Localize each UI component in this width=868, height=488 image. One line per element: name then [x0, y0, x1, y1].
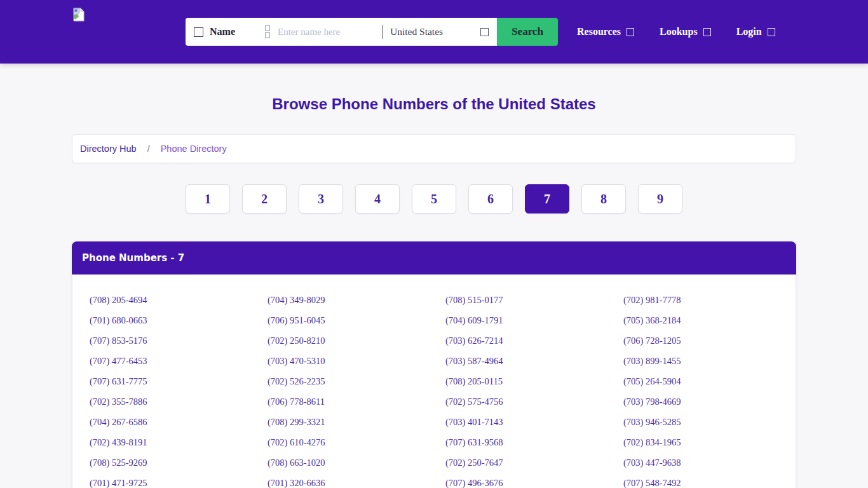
phone-column: (708) 205-4694(701) 680-0663(707) 853-51…	[72, 290, 250, 488]
phone-number-link[interactable]: (701) 680-0663	[72, 310, 250, 330]
phone-number-link[interactable]: (704) 267-6586	[72, 412, 250, 432]
phone-number-link[interactable]: (704) 349-8029	[250, 290, 428, 310]
phone-number-link[interactable]: (705) 368-2184	[606, 310, 784, 330]
phone-number-link[interactable]: (704) 609-1791	[428, 310, 606, 330]
phone-number-link[interactable]: (707) 853-5176	[72, 330, 250, 351]
chevron-down-icon	[480, 28, 489, 36]
page-button-4[interactable]: 4	[355, 184, 400, 214]
phone-number-link[interactable]: (707) 631-9568	[428, 432, 606, 452]
phone-number-link[interactable]: (701) 320-6636	[250, 473, 428, 488]
phone-number-link[interactable]: (708) 525-9269	[72, 452, 250, 473]
phone-number-link[interactable]: (702) 250-8210	[250, 330, 428, 351]
phone-number-link[interactable]: (702) 250-7647	[428, 452, 606, 473]
breadcrumb-separator: /	[147, 144, 150, 154]
phone-number-link[interactable]: (701) 471-9725	[72, 473, 250, 488]
phone-number-link[interactable]: (702) 439-8191	[72, 432, 250, 452]
broken-image-icon	[72, 13, 85, 24]
country-select-value: United States	[390, 26, 443, 37]
phone-number-link[interactable]: (702) 610-4276	[250, 432, 428, 452]
main-content: Browse Phone Numbers of the United State…	[0, 64, 868, 488]
nav-item-resources[interactable]: Resources	[577, 26, 634, 37]
phone-number-link[interactable]: (707) 548-7492	[606, 473, 784, 488]
nav-item-label: Lookups	[660, 26, 698, 37]
nav-item-label: Resources	[577, 26, 621, 37]
phone-number-link[interactable]: (702) 981-7778	[606, 290, 784, 310]
phone-number-link[interactable]: (703) 626-7214	[428, 330, 606, 351]
person-icon	[265, 25, 270, 38]
phone-number-link[interactable]: (706) 951-6045	[250, 310, 428, 330]
phone-number-link[interactable]: (708) 299-3321	[250, 412, 428, 432]
phone-number-link[interactable]: (703) 798-4669	[606, 391, 784, 412]
name-input-wrap	[261, 18, 382, 46]
name-input[interactable]	[278, 27, 373, 37]
phone-number-link[interactable]: (708) 205-0115	[428, 371, 606, 391]
search-type-label: Name	[210, 26, 235, 37]
search-button[interactable]: Search	[497, 18, 558, 46]
phone-number-link[interactable]: (703) 470-5310	[250, 351, 428, 371]
phone-number-link[interactable]: (707) 477-6453	[72, 351, 250, 371]
main-nav: Resources Lookups Login	[577, 0, 775, 64]
page-button-7[interactable]: 7	[525, 184, 569, 214]
pagination: 123456789	[0, 184, 868, 214]
page-button-6[interactable]: 6	[468, 184, 513, 214]
nav-item-label: Login	[736, 26, 762, 37]
page-button-3[interactable]: 3	[299, 184, 343, 214]
page-button-2[interactable]: 2	[242, 184, 287, 214]
site-header: Name United States Search Resources Look…	[0, 0, 868, 64]
search-bar: Name United States Search	[186, 18, 558, 46]
phone-number-link[interactable]: (708) 663-1020	[250, 452, 428, 473]
phone-number-link[interactable]: (705) 264-5904	[606, 371, 784, 391]
phone-column: (708) 515-0177(704) 609-1791(703) 626-72…	[428, 290, 606, 488]
breadcrumb-link-phone-directory[interactable]: Phone Directory	[161, 144, 227, 154]
card-title: Phone Numbers - 7	[72, 241, 796, 274]
phone-number-link[interactable]: (707) 631-7775	[72, 371, 250, 391]
phone-number-link[interactable]: (706) 728-1205	[606, 330, 784, 351]
category-icon	[194, 27, 203, 37]
phone-numbers-card: Phone Numbers - 7 (708) 205-4694(701) 68…	[72, 241, 796, 488]
country-select[interactable]: United States	[383, 18, 497, 46]
phone-column: (702) 981-7778(705) 368-2184(706) 728-12…	[606, 290, 784, 488]
phone-number-link[interactable]: (702) 355-7886	[72, 391, 250, 412]
phone-number-link[interactable]: (702) 575-4756	[428, 391, 606, 412]
chevron-down-icon	[703, 28, 711, 36]
phone-number-link[interactable]: (702) 834-1965	[606, 432, 784, 452]
phone-number-link[interactable]: (703) 447-9638	[606, 452, 784, 473]
phone-number-link[interactable]: (703) 946-5285	[606, 412, 784, 432]
phone-number-link[interactable]: (708) 205-4694	[72, 290, 250, 310]
phone-number-link[interactable]: (703) 899-1455	[606, 351, 784, 371]
nav-item-login[interactable]: Login	[736, 26, 775, 37]
phone-number-link[interactable]: (703) 401-7143	[428, 412, 606, 432]
page-button-9[interactable]: 9	[638, 184, 682, 214]
phone-number-link[interactable]: (707) 496-3676	[428, 473, 606, 488]
page-button-8[interactable]: 8	[581, 184, 626, 214]
phone-numbers-grid: (708) 205-4694(701) 680-0663(707) 853-51…	[72, 274, 796, 488]
phone-column: (704) 349-8029(706) 951-6045(702) 250-82…	[250, 290, 428, 488]
breadcrumb-link-directory-hub[interactable]: Directory Hub	[80, 144, 137, 154]
search-type-select[interactable]: Name	[186, 18, 261, 46]
chevron-down-icon	[627, 28, 634, 36]
chevron-down-icon	[768, 28, 775, 36]
page-title: Browse Phone Numbers of the United State…	[0, 64, 868, 113]
logo[interactable]	[72, 8, 85, 25]
phone-number-link[interactable]: (702) 526-2235	[250, 371, 428, 391]
nav-item-lookups[interactable]: Lookups	[660, 26, 711, 37]
breadcrumb: Directory Hub / Phone Directory	[72, 134, 796, 163]
page-button-1[interactable]: 1	[186, 184, 230, 214]
phone-number-link[interactable]: (706) 778-8611	[250, 391, 428, 412]
phone-number-link[interactable]: (703) 587-4964	[428, 351, 606, 371]
phone-number-link[interactable]: (708) 515-0177	[428, 290, 606, 310]
page-button-5[interactable]: 5	[412, 184, 456, 214]
